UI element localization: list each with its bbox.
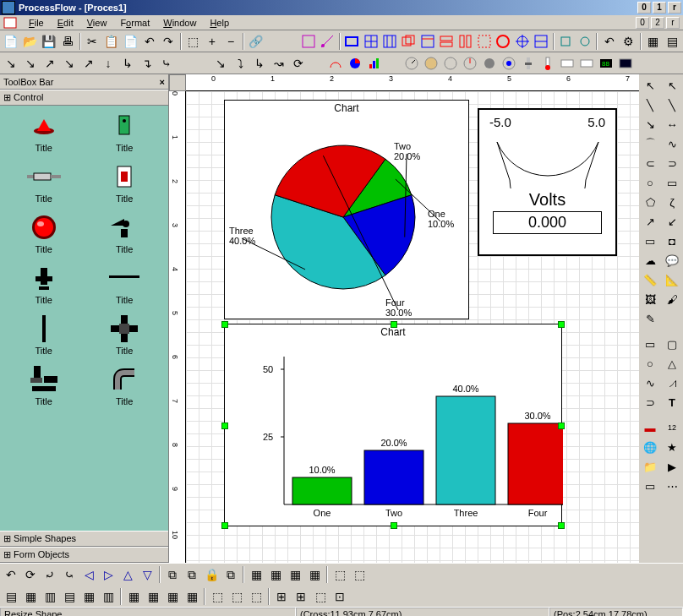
toolbox-item[interactable]: Title bbox=[7, 366, 81, 406]
gauge-dial3-icon[interactable] bbox=[441, 54, 460, 73]
shape2-hline-icon[interactable]: ╲ bbox=[663, 95, 681, 114]
conn-9-icon[interactable]: ⤷ bbox=[157, 54, 176, 73]
menu-format[interactable]: Format bbox=[113, 17, 156, 29]
tool-hsplit-icon[interactable] bbox=[438, 32, 456, 51]
tool-snap2-icon[interactable] bbox=[576, 32, 593, 51]
gauge-dial1-icon[interactable] bbox=[402, 54, 421, 73]
gauge-semi-icon[interactable] bbox=[326, 54, 345, 73]
toolbox-item[interactable]: Title bbox=[88, 214, 162, 254]
bt2-alignc-icon[interactable]: ▦ bbox=[21, 587, 40, 606]
mdi-close-button[interactable]: r bbox=[666, 17, 680, 29]
bt-front-icon[interactable]: ▦ bbox=[247, 565, 265, 584]
bt-ungroup-icon[interactable]: ⧉ bbox=[183, 565, 201, 584]
tool-circle-icon[interactable] bbox=[494, 32, 512, 51]
shape2-dots-icon[interactable]: ⋯ bbox=[663, 477, 681, 495]
conn-10-icon[interactable]: ↘ bbox=[211, 54, 230, 73]
bt2-space3-icon[interactable]: ⬚ bbox=[311, 587, 330, 606]
pie-chart[interactable]: Chart One10.0%Two20.0%Three40.0%Four30.0… bbox=[224, 100, 469, 319]
toolbox-section-control[interactable]: ⊞ Control bbox=[0, 90, 168, 106]
shape2-rect-icon[interactable]: ▭ bbox=[663, 173, 681, 192]
gauge-bar-icon[interactable] bbox=[365, 54, 384, 73]
toolbox-item[interactable]: Title bbox=[88, 366, 162, 406]
conn-12-icon[interactable]: ↳ bbox=[250, 54, 269, 73]
bt2-sameh-icon[interactable]: ⬚ bbox=[227, 587, 246, 606]
bt-flip2-icon[interactable]: ▷ bbox=[99, 565, 117, 584]
gauge-display-icon[interactable] bbox=[616, 54, 635, 73]
bt-rot2-icon[interactable]: ⤿ bbox=[60, 565, 79, 584]
resize-handle[interactable] bbox=[558, 321, 565, 328]
gauge-meter1-icon[interactable] bbox=[558, 54, 576, 73]
gauge-dial4-icon[interactable] bbox=[461, 54, 479, 73]
zoom-fit-icon[interactable]: ⬚ bbox=[184, 32, 202, 51]
shape2-wave-icon[interactable]: ∿ bbox=[663, 134, 681, 153]
shape-image-icon[interactable]: 🖼 bbox=[641, 290, 659, 308]
toolbox-section-simple[interactable]: ⊞ Simple Shapes bbox=[0, 531, 168, 547]
shape-path-icon[interactable]: ∿ bbox=[641, 373, 659, 392]
bt-back-icon[interactable]: ▦ bbox=[266, 565, 285, 584]
gauge-7seg-icon[interactable]: 88 bbox=[597, 54, 615, 73]
conn-13-icon[interactable]: ↝ bbox=[270, 54, 288, 73]
minimize-button[interactable]: 0 bbox=[637, 2, 651, 14]
shape2-ruler-icon[interactable]: 📐 bbox=[663, 270, 681, 289]
shape2-callout-icon[interactable]: ↙ bbox=[663, 212, 681, 231]
shape-cloud-icon[interactable]: ☁ bbox=[641, 251, 659, 270]
tool-grid3-icon[interactable] bbox=[532, 32, 549, 51]
bt2-center-icon[interactable]: ⊡ bbox=[331, 587, 349, 606]
paste-icon[interactable]: 📄 bbox=[121, 32, 139, 51]
bt2-distv-icon[interactable]: ▦ bbox=[183, 587, 201, 606]
mdi-minimize-button[interactable]: 0 bbox=[636, 17, 649, 29]
shape2-number-icon[interactable]: 12 bbox=[663, 418, 681, 437]
tool-dashrect-icon[interactable] bbox=[475, 32, 493, 51]
bt-align2-icon[interactable]: ⬚ bbox=[350, 565, 369, 584]
shape-globe-icon[interactable]: 🌐 bbox=[641, 438, 659, 456]
save-icon[interactable]: 💾 bbox=[40, 32, 57, 51]
bt-bwd-icon[interactable]: ▦ bbox=[305, 565, 324, 584]
menu-file[interactable]: File bbox=[22, 17, 51, 29]
conn-14-icon[interactable]: ⟳ bbox=[289, 54, 308, 73]
bt-refresh-icon[interactable]: ⟳ bbox=[21, 565, 40, 584]
bt2-sames-icon[interactable]: ⬚ bbox=[247, 587, 265, 606]
shape-circle2-icon[interactable]: ○ bbox=[641, 354, 659, 373]
new-icon[interactable]: 📄 bbox=[2, 32, 19, 51]
tool-vsplit-icon[interactable] bbox=[456, 32, 474, 51]
shape2-brush-icon[interactable]: 🖌 bbox=[663, 290, 681, 308]
bt2-distr-icon[interactable]: ▦ bbox=[163, 587, 182, 606]
resize-handle[interactable] bbox=[221, 422, 228, 429]
bt2-distl-icon[interactable]: ▦ bbox=[124, 587, 143, 606]
tool-window-icon[interactable] bbox=[418, 32, 436, 51]
bt-unlock-icon[interactable]: ⧉ bbox=[221, 565, 240, 584]
shape2-triangle-icon[interactable]: △ bbox=[663, 354, 681, 373]
shape2-round-icon[interactable]: ◘ bbox=[663, 232, 681, 250]
shape2-zigzag-icon[interactable]: ⩘ bbox=[663, 373, 681, 392]
gauge-disc-icon[interactable] bbox=[500, 54, 518, 73]
shape-window-icon[interactable]: ▭ bbox=[641, 477, 659, 495]
menu-view[interactable]: View bbox=[80, 17, 114, 29]
canvas[interactable]: Chart One10.0%Two20.0%Three40.0%Four30.0… bbox=[186, 91, 639, 563]
shape-curve-icon[interactable]: ⊂ bbox=[641, 154, 659, 172]
shape2-speech-icon[interactable]: 💬 bbox=[663, 251, 681, 270]
resize-handle[interactable] bbox=[558, 422, 565, 429]
bt2-space2-icon[interactable]: ⊞ bbox=[292, 587, 310, 606]
bt-align1-icon[interactable]: ⬚ bbox=[331, 565, 349, 584]
copy-icon[interactable]: 📋 bbox=[102, 32, 120, 51]
conn-7-icon[interactable]: ↳ bbox=[118, 54, 137, 73]
bt-undo-icon[interactable]: ↶ bbox=[2, 565, 20, 584]
shape-connect-icon[interactable]: ↗ bbox=[641, 212, 659, 231]
menu-help[interactable]: Help bbox=[203, 17, 236, 29]
shape2-freehand-icon[interactable]: ζ bbox=[663, 193, 681, 211]
mdi-restore-button[interactable]: 2 bbox=[651, 17, 664, 29]
toolbox-item[interactable]: Title bbox=[7, 315, 81, 356]
bt-fwd-icon[interactable]: ▦ bbox=[286, 565, 304, 584]
zoom-out-icon[interactable]: − bbox=[221, 32, 239, 51]
gauge-knob-icon[interactable] bbox=[480, 54, 499, 73]
tool-snap1-icon[interactable] bbox=[557, 32, 575, 51]
shape2-star-icon[interactable]: ★ bbox=[663, 438, 681, 456]
tool-grid1-icon[interactable] bbox=[362, 32, 380, 51]
shape-flag-icon[interactable]: ▬ bbox=[641, 418, 659, 437]
bt-rot1-icon[interactable]: ⤾ bbox=[41, 565, 59, 584]
gauge-therm-icon[interactable] bbox=[538, 54, 557, 73]
shape2-play-icon[interactable]: ▶ bbox=[663, 457, 681, 476]
toolbox-section-form[interactable]: ⊞ Form Objects bbox=[0, 547, 168, 563]
tool-node-icon[interactable] bbox=[318, 32, 336, 51]
conn-2-icon[interactable]: ↘ bbox=[21, 54, 40, 73]
